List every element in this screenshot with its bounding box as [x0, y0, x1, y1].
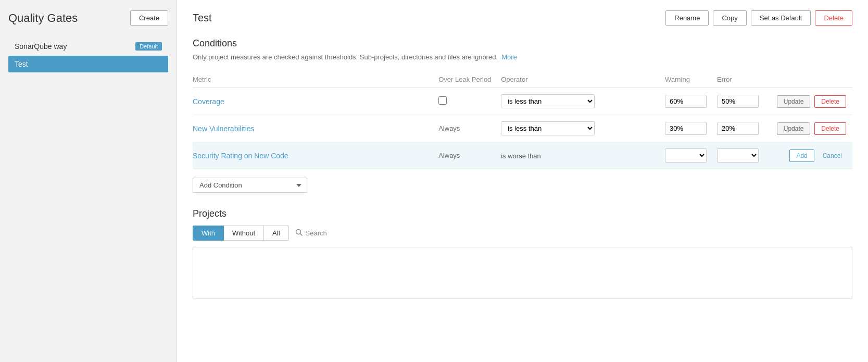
- warning-security-rating: A B C: [665, 142, 717, 169]
- sidebar-item-label: SonarQube way: [15, 42, 67, 51]
- error-coverage: [717, 88, 769, 115]
- search-icon: [295, 229, 303, 238]
- operator-select-coverage[interactable]: is less than is greater than is worse th…: [501, 94, 595, 108]
- operator-new-vuln: is less than is greater than is worse th…: [501, 115, 665, 142]
- col-operator: Operator: [501, 71, 665, 88]
- cancel-button-security-rating[interactable]: Cancel: [819, 150, 846, 161]
- warning-input-new-vuln[interactable]: [665, 122, 707, 135]
- default-badge: Default: [135, 42, 162, 51]
- create-button[interactable]: Create: [130, 10, 168, 26]
- row-actions-security-rating: Add Cancel: [769, 142, 852, 169]
- leak-period-security-rating: Always: [438, 142, 501, 169]
- leak-period-new-vuln: Always: [438, 115, 501, 142]
- set-as-default-button[interactable]: Set as Default: [751, 10, 811, 26]
- delete-button-new-vuln[interactable]: Delete: [814, 122, 846, 135]
- tab-without[interactable]: Without: [224, 226, 264, 241]
- col-actions: [769, 71, 852, 88]
- row-actions-coverage: Update Delete: [769, 88, 852, 115]
- search-wrap: Search: [295, 229, 327, 238]
- sidebar: Quality Gates Create SonarQube way Defau…: [0, 0, 177, 362]
- rename-button[interactable]: Rename: [665, 10, 709, 26]
- sidebar-title: Quality Gates: [8, 11, 78, 25]
- operator-select-new-vuln[interactable]: is less than is greater than is worse th…: [501, 121, 595, 135]
- header-actions: Rename Copy Set as Default Delete: [665, 10, 852, 26]
- col-metric: Metric: [193, 71, 438, 88]
- col-error: Error: [717, 71, 769, 88]
- warning-input-coverage[interactable]: [665, 95, 707, 108]
- projects-tabs: With Without All Search: [193, 226, 852, 241]
- conditions-table: Metric Over Leak Period Operator Warning…: [193, 71, 852, 169]
- add-condition-wrapper: Add Condition: [193, 178, 852, 193]
- sidebar-item-label: Test: [15, 60, 28, 68]
- col-warning: Warning: [665, 71, 717, 88]
- more-link[interactable]: More: [501, 53, 517, 61]
- add-condition-select[interactable]: Add Condition: [193, 178, 307, 193]
- operator-text-security-rating: is worse than: [501, 152, 541, 160]
- error-input-coverage[interactable]: [717, 95, 759, 108]
- sidebar-header: Quality Gates Create: [8, 10, 168, 26]
- row-actions-new-vuln: Update Delete: [769, 115, 852, 142]
- leak-period-coverage: [438, 88, 501, 115]
- warning-coverage: [665, 88, 717, 115]
- main-header: Test Rename Copy Set as Default Delete: [193, 10, 852, 26]
- delete-button[interactable]: Delete: [815, 10, 852, 26]
- projects-section: Projects With Without All Search: [193, 208, 852, 299]
- metric-security-rating: Security Rating on New Code: [193, 142, 438, 169]
- operator-coverage: is less than is greater than is worse th…: [501, 88, 665, 115]
- sidebar-item-sonarqube-way[interactable]: SonarQube way Default: [8, 38, 168, 55]
- warning-new-vuln: [665, 115, 717, 142]
- table-row: New Vulnerabilities Always is less than …: [193, 115, 852, 142]
- conditions-title: Conditions: [193, 38, 852, 49]
- metric-coverage: Coverage: [193, 88, 438, 115]
- tab-with[interactable]: With: [193, 226, 224, 241]
- main-content: Test Rename Copy Set as Default Delete C…: [177, 0, 868, 362]
- error-security-rating: A B C: [717, 142, 769, 169]
- page-title: Test: [193, 12, 212, 24]
- projects-title: Projects: [193, 208, 852, 219]
- col-leak: Over Leak Period: [438, 71, 501, 88]
- search-label: Search: [306, 229, 327, 237]
- error-input-new-vuln[interactable]: [717, 122, 759, 135]
- update-button-new-vuln[interactable]: Update: [777, 122, 811, 135]
- metric-new-vuln: New Vulnerabilities: [193, 115, 438, 142]
- operator-security-rating: is worse than: [501, 142, 665, 169]
- tab-all[interactable]: All: [264, 226, 288, 241]
- leak-checkbox-coverage[interactable]: [438, 96, 447, 105]
- delete-button-coverage[interactable]: Delete: [814, 95, 846, 108]
- sidebar-item-test[interactable]: Test: [8, 56, 168, 72]
- add-button-security-rating[interactable]: Add: [789, 149, 814, 162]
- projects-list: [193, 247, 852, 299]
- svg-line-1: [300, 234, 302, 236]
- table-row: Coverage is less than is greater than is…: [193, 88, 852, 115]
- error-select-security-rating[interactable]: A B C: [717, 148, 759, 163]
- copy-button[interactable]: Copy: [713, 10, 746, 26]
- conditions-note: Only project measures are checked agains…: [193, 53, 852, 61]
- table-row: Security Rating on New Code Always is wo…: [193, 142, 852, 169]
- warning-select-security-rating[interactable]: A B C: [665, 148, 707, 163]
- update-button-coverage[interactable]: Update: [777, 95, 811, 108]
- error-new-vuln: [717, 115, 769, 142]
- conditions-section: Conditions Only project measures are che…: [193, 38, 852, 193]
